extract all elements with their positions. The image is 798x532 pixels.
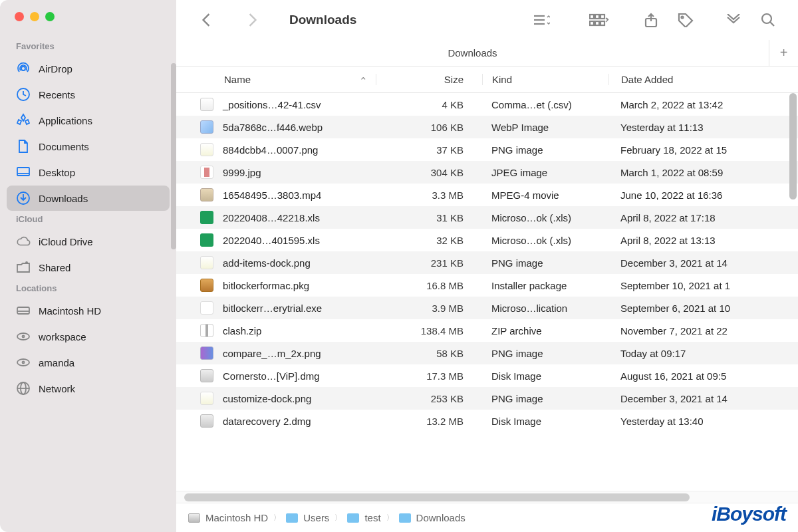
file-icon [200,188,213,201]
sidebar-item-amanda[interactable]: amanda [7,350,170,375]
doc-icon [16,139,31,154]
horizontal-scrollbar-track[interactable] [176,491,798,503]
sidebar-item-network[interactable]: Network [7,376,170,401]
sidebar-item-documents[interactable]: Documents [7,134,170,159]
file-row[interactable]: customize-dock.png253 KBPNG imageDecembe… [176,387,798,410]
forward-button[interactable] [237,9,268,31]
close-button[interactable] [15,12,24,21]
share-button[interactable] [636,9,666,31]
folder-icon [347,513,359,523]
file-row[interactable]: compare_…m_2x.png58 KBPNG imageToday at … [176,342,798,364]
sidebar-item-label: Desktop [39,167,75,178]
file-name: bitlockerformac.pkg [223,280,309,291]
file-row[interactable]: 884dcbb4…0007.png37 KBPNG imageFebruary … [176,138,798,161]
extdisk-icon [16,329,31,344]
sidebar-item-label: Documents [39,141,89,152]
file-kind: PNG image [482,257,608,269]
file-row[interactable]: clash.zip138.4 MBZIP archiveNovember 7, … [176,319,798,342]
sidebar-item-applications[interactable]: Applications [7,108,170,133]
file-size: 253 KB [376,393,482,404]
file-size: 3.9 MB [376,303,482,314]
file-row[interactable]: bitlockerformac.pkg16.8 MBInstaller pack… [176,274,798,297]
file-row[interactable]: _positions…42-41.csv4 KBComma…et (.csv)M… [176,93,798,116]
file-row[interactable]: 5da7868c…f446.webp106 KBWebP ImageYester… [176,116,798,138]
svg-point-0 [21,66,25,70]
tab-bar: Downloads + [176,40,798,66]
section-label: Locations [0,281,176,297]
sidebar-item-label: Recents [39,89,75,100]
more-button[interactable] [718,9,749,31]
sidebar-item-shared[interactable]: Shared [7,255,170,280]
file-name: Cornersto…[ViP].dmg [223,370,320,382]
list-scrollbar[interactable] [789,93,797,200]
header-date[interactable]: Date Added [608,74,798,85]
file-row[interactable]: 2022040…401595.xls32 KBMicroso…ok (.xls)… [176,229,798,251]
path-segment[interactable]: Users [286,512,329,523]
tab-downloads[interactable]: Downloads [176,47,769,59]
svg-point-27 [682,17,684,19]
file-size: 31 KB [376,212,482,223]
group-button[interactable] [584,9,614,31]
extdisk-icon [16,355,31,370]
file-row[interactable]: 9999.jpg304 KBJPEG imageMarch 1, 2022 at… [176,161,798,184]
view-list-button[interactable] [525,9,556,31]
header-name[interactable]: Name⌃ [176,74,376,85]
sidebar-item-airdrop[interactable]: AirDrop [7,56,170,81]
sidebar: FavoritesAirDropRecentsApplicationsDocum… [0,0,176,532]
file-size: 138.4 MB [376,325,482,336]
file-row[interactable]: Cornersto…[ViP].dmg17.3 MBDisk ImageAugu… [176,364,798,387]
sidebar-item-label: workspace [39,331,86,342]
file-kind: Microso…ok (.xls) [482,235,608,246]
tags-button[interactable] [670,9,701,31]
search-button[interactable] [753,9,783,31]
main-content: Downloads Downloads + Name⌃ Size Kind Da… [176,0,798,532]
toolbar: Downloads [176,0,798,40]
file-kind: WebP Image [482,122,608,133]
file-name: 5da7868c…f446.webp [223,122,323,133]
path-segment[interactable]: Downloads [399,512,466,523]
svg-point-10 [23,336,25,338]
file-size: 37 KB [376,144,482,156]
sidebar-item-macintoshhd[interactable]: Macintosh HD [7,298,170,323]
sidebar-scrollbar[interactable] [171,63,176,249]
file-date: Yesterday at 13:40 [608,416,798,427]
file-name: add-items-dock.png [223,257,311,269]
file-date: March 1, 2022 at 08:59 [608,167,798,178]
sidebar-item-recents[interactable]: Recents [7,82,170,107]
header-size[interactable]: Size [376,74,482,85]
sidebar-item-label: iCloud Drive [39,236,93,247]
file-kind: PNG image [482,348,608,359]
file-row[interactable]: 16548495…3803.mp43.3 MBMPEG-4 movieJune … [176,184,798,206]
clock-icon [16,87,31,102]
file-name: customize-dock.png [223,393,311,404]
maximize-button[interactable] [45,12,55,21]
file-row[interactable]: add-items-dock.png231 KBPNG imageDecembe… [176,251,798,274]
sidebar-item-label: Shared [39,262,70,273]
minimize-button[interactable] [30,12,39,21]
file-row[interactable]: datarecovery 2.dmg13.2 MBDisk ImageYeste… [176,410,798,432]
path-segment[interactable]: Macintosh HD [188,512,268,523]
sidebar-item-iclouddrive[interactable]: iCloud Drive [7,229,170,254]
back-button[interactable] [191,9,221,31]
folder-icon [286,513,298,523]
sidebar-item-workspace[interactable]: workspace [7,324,170,349]
header-kind[interactable]: Kind [482,74,608,85]
file-kind: PNG image [482,144,608,156]
horizontal-scrollbar-thumb[interactable] [184,493,690,501]
file-icon [200,301,213,315]
sidebar-item-label: Macintosh HD [39,305,101,317]
globe-icon [16,381,31,396]
file-kind: ZIP archive [482,325,608,336]
sidebar-item-label: Downloads [39,193,88,204]
file-size: 4 KB [376,99,482,110]
path-segment[interactable]: test [347,512,380,523]
new-tab-button[interactable]: + [769,40,798,66]
file-row[interactable]: bitlockerr…erytrial.exe3.9 MBMicroso…lic… [176,297,798,319]
file-row[interactable]: 20220408…42218.xls31 KBMicroso…ok (.xls)… [176,206,798,229]
sidebar-item-downloads[interactable]: Downloads [7,186,170,211]
file-size: 106 KB [376,122,482,133]
sidebar-item-desktop[interactable]: Desktop [7,160,170,185]
file-name: 16548495…3803.mp4 [223,190,321,201]
file-date: Today at 09:17 [608,348,798,359]
file-icon [200,98,213,111]
